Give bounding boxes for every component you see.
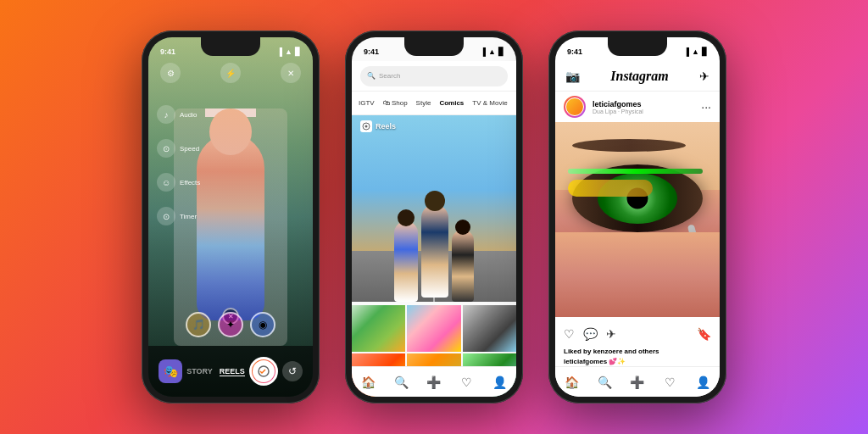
dancer-2-head: [425, 191, 445, 211]
nav-add[interactable]: ➕: [426, 374, 442, 391]
grid-photo-3[interactable]: [463, 305, 516, 352]
effects-label: Effects: [180, 179, 200, 186]
effects-option[interactable]: ☺ Effects: [157, 173, 200, 192]
post-image: [555, 122, 720, 317]
header-icons: ✈: [699, 70, 709, 83]
cat-comics[interactable]: Comics: [439, 99, 464, 107]
grid-photo-1-img: [352, 305, 405, 352]
nav-profile[interactable]: 👤: [492, 374, 509, 391]
post-username[interactable]: leticiafgomes: [593, 100, 694, 108]
cat-shop[interactable]: 🛍 Shop: [383, 99, 408, 107]
nav3-heart[interactable]: ♡: [662, 374, 679, 391]
mode-selector: STORY REELS: [186, 367, 245, 376]
dancer-3: [452, 230, 474, 302]
phone-3: 9:41 ▐ ▲ ▊ 📷 Instagram ✈ leticiafgomes D…: [548, 31, 726, 403]
reels-mode[interactable]: REELS: [220, 367, 245, 376]
post-subtitle: Dua Lipa · Physical: [593, 108, 694, 114]
post-header: leticiafgomes Dua Lipa · Physical ···: [555, 92, 720, 122]
capture-icon: [253, 360, 275, 382]
shutter-button[interactable]: [249, 357, 278, 386]
status-time-2: 9:41: [364, 47, 379, 56]
nav3-add[interactable]: ➕: [629, 374, 646, 391]
caption-emoji: 💕✨: [609, 358, 626, 365]
dancer-2: [421, 204, 448, 298]
notch-1: [201, 37, 260, 56]
dancer-1-head: [398, 209, 415, 226]
effect-btn-3[interactable]: ◉: [250, 312, 275, 337]
grid-photo-1[interactable]: [352, 305, 405, 352]
more-options[interactable]: ···: [701, 100, 711, 114]
cat-tv[interactable]: TV & Movie: [472, 99, 507, 107]
grid-photo-2[interactable]: [407, 305, 460, 352]
effect-btn-2[interactable]: ✦: [218, 312, 243, 337]
audio-option[interactable]: ♪ Audio: [157, 105, 200, 124]
dancer-1: [394, 221, 418, 302]
gallery-icon[interactable]: 🎭: [159, 359, 182, 383]
liked-by-text: Liked by kenzoere and others: [564, 348, 711, 355]
camera-top-icons: ⚙ ⚡ ✕: [148, 63, 313, 83]
post-meta: Liked by kenzoere and others leticiafgom…: [555, 348, 720, 365]
cat-igtv[interactable]: IGTV: [359, 99, 375, 107]
post-nav-bar: 🏠 🔍 ➕ ♡ 👤: [555, 366, 720, 397]
search-top-bar: 🔍 Search: [352, 61, 516, 92]
phone-2: 9:41 ▐ ▲ ▊ 🔍 Search IGTV 🛍 Shop Style Co…: [345, 31, 523, 403]
like-button[interactable]: ♡: [564, 327, 575, 341]
speed-label: Speed: [180, 145, 199, 153]
camera-flip-icon[interactable]: ↺: [282, 361, 303, 381]
search-bar[interactable]: 🔍 Search: [360, 66, 508, 86]
dancers-group: [394, 204, 474, 302]
audio-label: Audio: [180, 111, 197, 119]
grid-photo-2-img: [407, 305, 460, 352]
camera-sidebar: ♪ Audio ⊙ Speed ☺ Effects ⊙ Timer: [157, 105, 200, 225]
avatar-inner: [565, 97, 584, 116]
share-button[interactable]: ✈: [606, 327, 616, 341]
nav-heart[interactable]: ♡: [459, 374, 476, 391]
category-bar: IGTV 🛍 Shop Style Comics TV & Movie: [352, 92, 516, 115]
camera-bottom-bar: 🎭 STORY REELS ↺: [148, 346, 313, 397]
bottom-effects: 🎵 ✦ ◉: [186, 312, 275, 337]
nav-search[interactable]: 🔍: [392, 374, 409, 391]
search-placeholder: Search: [379, 72, 400, 80]
status-icons-1: ▐ ▲ ▊: [277, 47, 301, 56]
svg-point-2: [365, 125, 368, 128]
timer-option[interactable]: ⊙ Timer: [157, 207, 200, 225]
close-icon[interactable]: ✕: [281, 63, 301, 83]
story-mode[interactable]: STORY: [186, 367, 213, 376]
signal-icon: ▐: [277, 47, 282, 56]
timer-label: Timer: [180, 213, 197, 220]
speed-option[interactable]: ⊙ Speed: [157, 139, 200, 158]
main-video-area: [352, 115, 516, 302]
ig-camera-icon[interactable]: 📷: [565, 70, 580, 83]
liked-by-content: Liked by kenzoere and others: [564, 348, 659, 355]
nav3-home[interactable]: 🏠: [563, 374, 580, 391]
phone-1: 9:41 ▐ ▲ ▊ ⚙ ⚡ ✕ ♪ Audio: [142, 31, 320, 403]
eyebrow: [572, 139, 686, 152]
dancer-3-head: [455, 220, 470, 235]
flash-icon[interactable]: ⚡: [220, 63, 241, 83]
bookmark-button[interactable]: 🔖: [697, 327, 711, 341]
user-avatar[interactable]: [564, 96, 586, 118]
signal-icon-2: ▐: [481, 47, 486, 56]
nav3-search[interactable]: 🔍: [596, 374, 613, 391]
cat-style[interactable]: Style: [416, 99, 431, 107]
status-time-3: 9:41: [567, 47, 582, 56]
messenger-icon[interactable]: ✈: [699, 70, 709, 83]
signal-icon-3: ▐: [684, 47, 689, 56]
wifi-icon: ▲: [285, 47, 292, 56]
wifi-icon-3: ▲: [692, 47, 699, 56]
comment-button[interactable]: 💬: [583, 327, 598, 341]
left-actions: ♡ 💬 ✈: [564, 327, 616, 341]
battery-icon-3: ▊: [702, 47, 708, 56]
settings-icon[interactable]: ⚙: [160, 63, 181, 83]
grid-photo-3-img: [463, 305, 516, 352]
cheek-area: [555, 232, 720, 317]
caption-username: leticiafgomes: [564, 358, 607, 365]
reels-icon: [360, 120, 372, 132]
eyeliner: [568, 169, 703, 174]
reels-label: Reels: [360, 120, 396, 132]
speed-icon: ⊙: [157, 139, 175, 158]
nav-home[interactable]: 🏠: [359, 374, 376, 391]
effects-icon: ☺: [157, 173, 175, 192]
effect-btn-1[interactable]: 🎵: [186, 312, 211, 337]
nav3-profile[interactable]: 👤: [695, 374, 712, 391]
